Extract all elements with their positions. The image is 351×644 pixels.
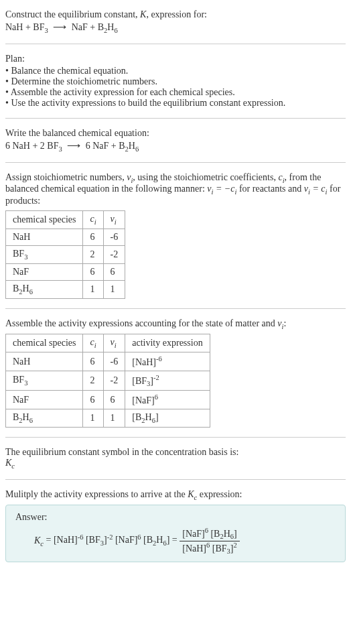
multiply-section: Mulitply the activity expressions to arr…	[5, 485, 346, 567]
stoich-section: Assign stoichiometric numbers, νi, using…	[5, 168, 346, 303]
table-cell: 6	[83, 391, 103, 409]
table-cell: [BF3]-2	[125, 371, 210, 390]
table-cell: -2	[103, 371, 125, 390]
stoich-text: Assign stoichiometric numbers, νi, using…	[5, 172, 346, 207]
plan-list: • Balance the chemical equation. • Deter…	[5, 66, 346, 109]
divider	[5, 118, 346, 119]
table-cell: B2H6	[6, 409, 83, 427]
table-header: chemical species	[6, 334, 83, 352]
table-cell: 6	[103, 391, 125, 409]
table-cell: 1	[83, 280, 103, 298]
table-cell: -6	[103, 229, 125, 245]
table-row: NaH 6 -6	[6, 229, 125, 245]
table-row: NaH 6 -6 [NaH]-6	[6, 352, 210, 371]
intro-line1b: , expression for:	[146, 9, 207, 19]
table-header-row: chemical species ci νi	[6, 211, 125, 229]
plan-section: Plan: • Balance the chemical equation. •…	[5, 50, 346, 113]
intro-section: Construct the equilibrium constant, K, e…	[5, 5, 346, 38]
table-row: B2H6 1 1 [B2H6]	[6, 409, 210, 427]
table-cell: 2	[83, 245, 103, 263]
answer-label: Answer:	[15, 512, 336, 523]
table-cell: 6	[83, 229, 103, 245]
table-row: BF3 2 -2 [BF3]-2	[6, 371, 210, 390]
table-cell: NaF	[6, 263, 83, 280]
divider	[5, 308, 346, 309]
table-cell: 6	[83, 352, 103, 371]
table-header-row: chemical species ci νi activity expressi…	[6, 334, 210, 352]
balanced-section: Write the balanced chemical equation: 6 …	[5, 124, 346, 157]
answer-box: Answer: Kc = [NaH]-6 [BF3]-2 [NaF]6 [B2H…	[5, 505, 346, 562]
plan-item: • Balance the chemical equation.	[5, 66, 346, 76]
table-cell: -2	[103, 245, 125, 263]
divider	[5, 479, 346, 480]
table-header: ci	[83, 334, 103, 352]
multiply-text: Mulitply the activity expressions to arr…	[5, 489, 346, 501]
divider	[5, 437, 346, 438]
table-row: BF3 2 -2	[6, 245, 125, 263]
table-cell: 1	[83, 409, 103, 427]
activity-text: Assemble the activity expressions accoun…	[5, 318, 346, 330]
table-header: νi	[103, 211, 125, 229]
table-cell: [B2H6]	[125, 409, 210, 427]
nu-i: νi	[127, 172, 133, 182]
table-cell: [NaF]6	[125, 391, 210, 409]
table-cell: 1	[103, 409, 125, 427]
divider	[5, 162, 346, 163]
balanced-title: Write the balanced chemical equation:	[5, 128, 346, 139]
activity-table: chemical species ci νi activity expressi…	[5, 334, 210, 427]
plan-item: • Assemble the activity expression for e…	[5, 87, 346, 98]
table-cell: B2H6	[6, 280, 83, 298]
answer-formula: Kc = [NaH]-6 [BF3]-2 [NaF]6 [B2H6] = [Na…	[15, 527, 336, 555]
plan-item: • Use the activity expressions to build …	[5, 98, 346, 109]
table-cell: BF3	[6, 245, 83, 263]
intro-K: K	[140, 9, 146, 19]
table-cell: 6	[103, 263, 125, 280]
intro-line1: Construct the equilibrium constant,	[5, 9, 140, 19]
table-cell: 6	[83, 263, 103, 280]
intro-equation: NaH + BF3 ⟶ NaF + B2H6	[5, 21, 346, 34]
symbol-section: The equilibrium constant symbol in the c…	[5, 443, 346, 474]
activity-section: Assemble the activity expressions accoun…	[5, 314, 346, 432]
table-cell: 1	[103, 280, 125, 298]
table-cell: NaH	[6, 229, 83, 245]
table-cell: 2	[83, 371, 103, 390]
c-i: ci	[278, 172, 284, 182]
table-row: B2H6 1 1	[6, 280, 125, 298]
intro-text: Construct the equilibrium constant, K, e…	[5, 9, 346, 20]
symbol-text: The equilibrium constant symbol in the c…	[5, 447, 346, 458]
table-header: ci	[83, 211, 103, 229]
table-header: νi	[103, 334, 125, 352]
plan-item: • Determine the stoichiometric numbers.	[5, 76, 346, 87]
table-cell: NaF	[6, 391, 83, 409]
table-row: NaF 6 6 [NaF]6	[6, 391, 210, 409]
table-cell: -6	[103, 352, 125, 371]
table-cell: NaH	[6, 352, 83, 371]
table-row: NaF 6 6	[6, 263, 125, 280]
symbol-kc: Kc	[5, 458, 346, 470]
plan-title: Plan:	[5, 54, 346, 64]
table-cell: BF3	[6, 371, 83, 390]
table-header: chemical species	[6, 211, 83, 229]
divider	[5, 44, 346, 44]
balanced-equation: 6 NaH + 2 BF3 ⟶ 6 NaF + B2H6	[5, 140, 346, 153]
table-header: activity expression	[125, 334, 210, 352]
table-cell: [NaH]-6	[125, 352, 210, 371]
stoich-table: chemical species ci νi NaH 6 -6 BF3 2 -2…	[5, 210, 125, 298]
